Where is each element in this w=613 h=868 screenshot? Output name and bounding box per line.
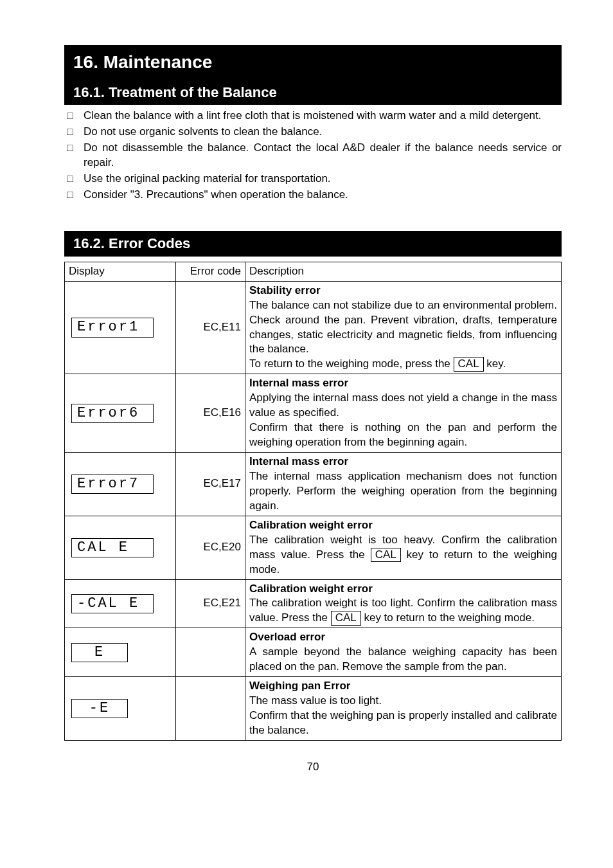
col-header-description: Description: [245, 262, 562, 281]
error-body-post: key to return to the weighing mode.: [361, 611, 535, 624]
error-code-value: [176, 628, 245, 677]
error-codes-table: Display Error code Description Error1 EC…: [64, 262, 562, 741]
cal-key: CAL: [371, 548, 401, 562]
segment-display: CAL E: [71, 538, 154, 557]
col-header-code: Error code: [176, 262, 245, 281]
table-row: Error1 EC,E11 Stability error The balanc…: [65, 281, 562, 374]
error-title: Weighing pan Error: [249, 680, 350, 692]
error-body: Confirm that the weighing pan is properl…: [249, 709, 557, 736]
treatment-bullet-list: Clean the balance with a lint free cloth…: [64, 109, 562, 203]
error-code-value: EC,E20: [176, 516, 245, 579]
error-title: Stability error: [249, 284, 321, 296]
error-code-value: EC,E16: [176, 374, 245, 453]
error-body: The internal mass application mechanism …: [249, 470, 557, 512]
error-body-post: key.: [484, 357, 506, 370]
heading-error-codes: 16.2. Error Codes: [64, 231, 562, 257]
page-number: 70: [64, 760, 562, 775]
heading-maintenance: 16. Maintenance: [64, 45, 562, 80]
table-row: -E Weighing pan Error The mass value is …: [65, 677, 562, 741]
error-body: The mass value is too light.: [249, 694, 382, 707]
error-title: Internal mass error: [249, 377, 348, 389]
segment-display: Error7: [71, 475, 154, 494]
table-row: CAL E EC,E20 Calibration weight error Th…: [65, 516, 562, 579]
list-item: Consider "3. Precautions" when operation…: [67, 188, 562, 203]
list-item: Do not use organic solvents to clean the…: [67, 125, 562, 140]
error-title: Overload error: [249, 631, 325, 643]
error-title: Internal mass error: [249, 455, 348, 467]
error-body-pre: To return to the weighing mode, press th…: [249, 357, 454, 370]
error-body: The balance can not stabilize due to an …: [249, 299, 557, 356]
error-code-value: EC,E17: [176, 453, 245, 516]
error-code-value: EC,E21: [176, 579, 245, 628]
segment-display: -CAL E: [71, 594, 154, 613]
error-code-value: [176, 677, 245, 741]
error-title: Calibration weight error: [249, 519, 373, 531]
heading-treatment: 16.1. Treatment of the Balance: [64, 80, 562, 105]
table-row: Error6 EC,E16 Internal mass error Applyi…: [65, 374, 562, 453]
cal-key: CAL: [454, 357, 484, 371]
list-item: Do not disassemble the balance. Contact …: [67, 141, 562, 170]
cal-key: CAL: [331, 611, 361, 625]
list-item: Use the original packing material for tr…: [67, 172, 562, 186]
segment-display: Error1: [71, 318, 154, 337]
error-body: Confirm that there is nothing on the pan…: [249, 421, 557, 448]
segment-display: Error6: [71, 404, 154, 423]
error-body: A sample beyond the balance weighing cap…: [249, 646, 557, 673]
error-code-value: EC,E11: [176, 281, 245, 374]
table-row: Error7 EC,E17 Internal mass error The in…: [65, 453, 562, 516]
error-body: Applying the internal mass does not yiel…: [249, 392, 557, 419]
segment-display: E: [71, 643, 128, 662]
error-title: Calibration weight error: [249, 583, 373, 595]
table-row: E Overload error A sample beyond the bal…: [65, 628, 562, 677]
col-header-display: Display: [65, 262, 176, 281]
segment-display: -E: [71, 699, 128, 718]
table-row: -CAL E EC,E21 Calibration weight error T…: [65, 579, 562, 628]
list-item: Clean the balance with a lint free cloth…: [67, 109, 562, 123]
